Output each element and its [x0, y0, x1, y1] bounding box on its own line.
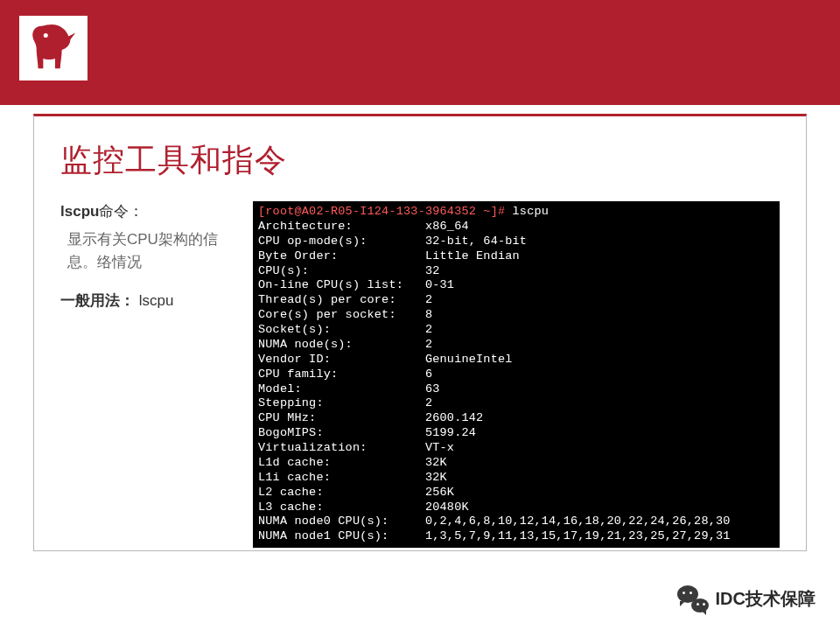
footer-text: IDC技术保障: [716, 587, 816, 611]
brand-logo: [19, 16, 88, 80]
content-card: 监控工具和指令 lscpu命令： 显示有关CPU架构的信息。络情况 一般用法： …: [33, 114, 807, 551]
command-suffix: 命令：: [99, 203, 144, 220]
jd-dog-icon: [26, 21, 80, 75]
usage-value: lscpu: [135, 292, 173, 309]
footer: IDC技术保障: [677, 583, 816, 614]
command-name: lscpu: [60, 203, 99, 220]
usage-label: 一般用法：: [60, 292, 135, 309]
command-line: lscpu命令：: [60, 201, 241, 221]
command-description: 显示有关CPU架构的信息。络情况: [60, 228, 241, 273]
terminal-output: [root@A02-R05-I124-133-3964352 ~]# lscpu…: [253, 201, 780, 548]
header-band: [0, 0, 840, 105]
card-title: 监控工具和指令: [60, 139, 780, 182]
usage-line: 一般用法： lscpu: [60, 290, 241, 311]
left-column: lscpu命令： 显示有关CPU架构的信息。络情况 一般用法： lscpu: [60, 201, 253, 548]
right-column: [root@A02-R05-I124-133-3964352 ~]# lscpu…: [253, 201, 780, 548]
card-columns: lscpu命令： 显示有关CPU架构的信息。络情况 一般用法： lscpu [r…: [60, 201, 780, 548]
svg-point-0: [44, 33, 48, 38]
wechat-icon: [677, 583, 709, 614]
